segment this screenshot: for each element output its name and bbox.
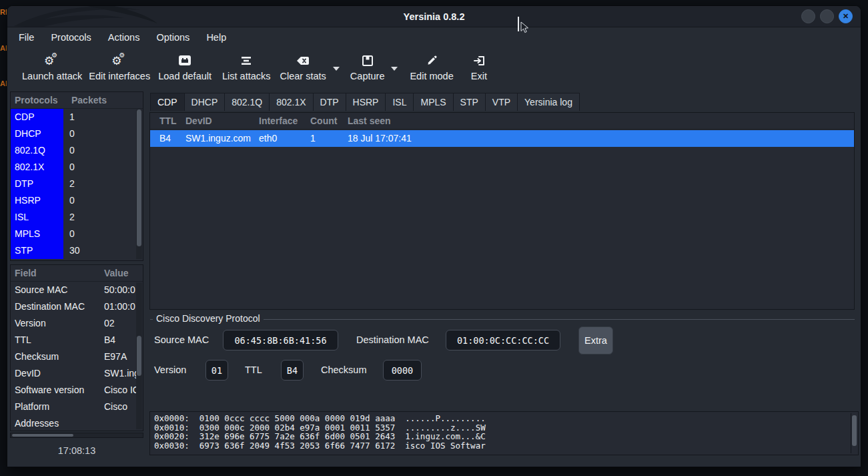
field-row[interactable]: DevIDSW1.ing: [11, 365, 143, 382]
toolbar: ⚙⚙ Launch attack ⚙⚙ Edit interfaces Load…: [7, 47, 861, 87]
text-cursor: [518, 17, 519, 31]
desktop-text-fragment: ARI: [0, 79, 7, 87]
hex-line: 0x0030: 6973 636f 2049 4f53 2053 6f66 74…: [150, 441, 858, 451]
scrollbar-thumb[interactable]: [137, 109, 141, 246]
scrollbar-thumb[interactable]: [137, 336, 141, 376]
menu-help[interactable]: Help: [204, 31, 228, 44]
cdp-frame-title: Cisco Discovery Protocol: [153, 313, 264, 324]
yersinia-window: Yersinia 0.8.2 ✕ File Protocols Actions …: [7, 5, 861, 467]
menu-file[interactable]: File: [17, 31, 36, 44]
source-mac-field[interactable]: [223, 330, 338, 350]
protocols-table: Protocols Packets CDP1 DHCP0 802.1Q0 802…: [10, 91, 143, 261]
protocol-row-8021x[interactable]: 802.1X0: [11, 159, 143, 176]
clear-backspace-icon: [296, 52, 310, 69]
fields-table: Field Value Source MAC50:00:0 Destinatio…: [10, 264, 143, 431]
lastseen-column-header[interactable]: Last seen: [348, 113, 391, 130]
menu-actions[interactable]: Actions: [106, 31, 142, 44]
count-column-header[interactable]: Count: [310, 113, 337, 130]
desktop-text-fragment: ARI: [0, 44, 7, 52]
protocol-tabbar: CDP DHCP 802.1Q 802.1X DTP HSRP ISL MPLS…: [150, 93, 580, 111]
protocols-scrollbar[interactable]: [136, 109, 142, 259]
mouse-cursor-icon: [520, 21, 529, 33]
destination-mac-field[interactable]: [446, 330, 560, 350]
hex-dump-panel[interactable]: 0x0000: 0100 0ccc cccc 5000 000a 0000 01…: [149, 411, 859, 455]
field-row[interactable]: ChecksumE97A: [11, 348, 143, 365]
hex-line: 0x0010: 0300 000c 2000 02b4 e97a 0001 00…: [150, 423, 858, 433]
clear-stats-dropdown-icon[interactable]: [333, 67, 340, 71]
scrollbar-thumb[interactable]: [12, 434, 73, 437]
value-column-header[interactable]: Value: [104, 265, 129, 282]
list-lines-icon: [240, 52, 252, 69]
protocols-column-header[interactable]: Protocols: [15, 92, 58, 109]
protocol-row-mpls[interactable]: MPLS0: [11, 226, 143, 242]
protocol-row-8021q[interactable]: 802.1Q0: [11, 142, 143, 159]
version-field[interactable]: [205, 360, 228, 381]
fields-horizontal-scrollbar[interactable]: [10, 433, 143, 438]
tab-vtp[interactable]: VTP: [486, 93, 518, 111]
protocol-row-hsrp[interactable]: HSRP0: [11, 192, 143, 209]
menu-options[interactable]: Options: [154, 31, 191, 44]
field-row[interactable]: Source MAC50:00:0: [11, 282, 143, 298]
tab-8021q[interactable]: 802.1Q: [225, 93, 270, 111]
tab-isl[interactable]: ISL: [386, 93, 414, 111]
field-column-header[interactable]: Field: [15, 265, 37, 282]
scrollbar-thumb[interactable]: [852, 415, 857, 446]
selected-packet-row[interactable]: B4 SW1.inguz.com eth0 1 18 Jul 17:07:41: [150, 130, 854, 147]
capture-button[interactable]: Capture: [350, 52, 385, 81]
tab-dhcp[interactable]: DHCP: [185, 93, 226, 111]
titlebar[interactable]: Yersinia 0.8.2 ✕: [7, 6, 861, 27]
capture-dropdown-icon[interactable]: [391, 67, 398, 71]
tab-hsrp[interactable]: HSRP: [346, 93, 386, 111]
tab-8021x[interactable]: 802.1X: [270, 93, 313, 111]
hex-line: 0x0020: 312e 696e 6775 7a2e 636f 6d00 05…: [150, 432, 858, 441]
launch-attack-button[interactable]: ⚙⚙ Launch attack: [22, 52, 82, 81]
tab-stp[interactable]: STP: [454, 93, 486, 111]
maximize-button[interactable]: [820, 9, 834, 23]
protocol-row-isl[interactable]: ISL2: [11, 209, 143, 226]
extra-button[interactable]: Extra: [578, 326, 613, 354]
menubar: File Protocols Actions Options Help: [7, 27, 861, 47]
hexdump-scrollbar[interactable]: [851, 413, 857, 453]
menu-protocols[interactable]: Protocols: [49, 31, 93, 44]
protocol-row-stp[interactable]: STP30: [11, 242, 143, 259]
load-default-button[interactable]: Load default: [158, 52, 211, 81]
desktop-text-fragment: RI: [0, 8, 7, 16]
tab-mpls[interactable]: MPLS: [414, 93, 453, 111]
field-row[interactable]: Software versionCisco IO: [11, 382, 143, 399]
devid-column-header[interactable]: DevID: [185, 113, 212, 130]
exit-icon: [473, 52, 485, 69]
interface-column-header[interactable]: Interface: [259, 113, 298, 130]
exit-button[interactable]: Exit: [471, 52, 487, 81]
tab-dtp[interactable]: DTP: [314, 93, 346, 111]
fields-scrollbar[interactable]: [136, 282, 142, 429]
field-row[interactable]: TTLB4: [11, 332, 143, 348]
clear-stats-button[interactable]: Clear stats: [280, 52, 326, 81]
field-row[interactable]: PlatformCisco: [11, 399, 143, 415]
close-button[interactable]: ✕: [839, 9, 853, 23]
field-row[interactable]: Addresses: [11, 415, 143, 431]
cdp-editor-frame: Cisco Discovery Protocol Source MAC Dest…: [150, 319, 855, 403]
checksum-label: Checksum: [321, 360, 367, 381]
protocol-row-dtp[interactable]: DTP2: [11, 176, 143, 192]
protocol-row-cdp[interactable]: CDP1: [11, 109, 143, 126]
edit-interfaces-button[interactable]: ⚙⚙ Edit interfaces: [89, 52, 150, 81]
left-panel: Protocols Packets CDP1 DHCP0 802.1Q0 802…: [7, 87, 149, 467]
protocol-row-dhcp[interactable]: DHCP0: [11, 126, 143, 142]
ttl-column-header[interactable]: TTL: [159, 113, 177, 130]
gears-icon: ⚙⚙: [44, 52, 60, 69]
status-time: 17:08:13: [10, 445, 143, 456]
tab-cdp[interactable]: CDP: [150, 93, 185, 111]
gears-icon: ⚙⚙: [111, 52, 127, 69]
packets-column-header[interactable]: Packets: [71, 92, 107, 109]
pencil-icon: [426, 52, 438, 69]
edit-mode-button[interactable]: Edit mode: [410, 52, 453, 81]
minimize-button[interactable]: [801, 9, 815, 23]
window-title: Yersinia 0.8.2: [7, 6, 861, 27]
ttl-field[interactable]: [281, 360, 304, 381]
field-row[interactable]: Version02: [11, 315, 143, 332]
field-row[interactable]: Destination MAC01:00:0: [11, 298, 143, 315]
checksum-field[interactable]: [383, 360, 422, 381]
tab-yersinia-log[interactable]: Yersinia log: [518, 93, 580, 111]
list-attacks-button[interactable]: List attacks: [222, 52, 271, 81]
hex-line: 0x0000: 0100 0ccc cccc 5000 000a 0000 01…: [150, 414, 858, 423]
